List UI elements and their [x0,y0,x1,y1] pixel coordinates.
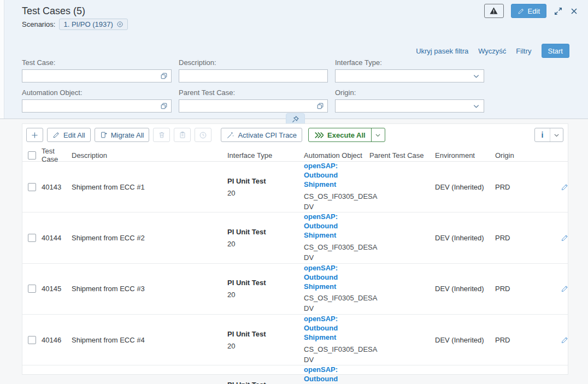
value-help-icon[interactable] [316,102,324,110]
automation-object-link[interactable]: openSAP: Outbound Shipment [304,212,369,240]
cell-origin: PRD [495,183,554,191]
filter-label: Automation Object: [22,88,172,97]
warning-icon [489,7,498,15]
row-checkbox[interactable] [28,183,36,191]
description-input[interactable] [183,70,324,82]
clock-icon [199,131,207,139]
table-row: 40145 Shipment from ECC #3 PI Unit Test … [22,264,568,315]
cell-automation-object: openSAP: Outbound Shipment CS_OS_IF0305_… [304,365,369,384]
hide-filter-bar-link[interactable]: Ukryj pasek filtra [416,47,468,55]
pencil-icon [518,8,525,15]
row-edit-pencil-icon[interactable] [554,285,569,293]
automation-object-link[interactable]: openSAP: Outbound Shipment [304,162,369,190]
scenarios-label: Scenarios: [22,20,55,28]
edit-all-button[interactable]: Edit All [47,128,91,142]
history-button[interactable] [195,128,211,142]
execute-all-menu-chevron[interactable] [371,128,385,141]
info-menu-chevron[interactable] [550,128,563,141]
filter-panel: Test Cases (5) Edit Scenarios: [0,0,588,119]
scenarios-row: Scenarios: 1. PI/PO (1937) [22,19,128,30]
automation-object-id-wrap: DV [304,253,369,263]
table-row: 40146 Shipment from ECC #4 PI Unit Test … [22,315,568,365]
table-toolbar: Edit All Migrate All Ac [22,124,568,145]
cell-environment: DEV (Inherited) [435,234,495,242]
fullscreen-icon[interactable] [554,7,563,16]
remove-token-icon[interactable] [116,21,124,28]
trash-icon [158,131,166,139]
value-help-icon[interactable] [160,102,168,110]
scenario-token-label: 1. PI/PO (1937) [63,20,113,28]
filter-fields: Test Case: Description: Interface Type: [22,58,484,113]
interface-type-select[interactable] [335,69,484,82]
cell-interface-type: PI Unit Test 20 [227,177,304,197]
activate-cpi-trace-button[interactable]: Activate CPI Trace [221,128,302,142]
automation-object-link[interactable]: openSAP: Outbound Shipment [304,365,369,384]
automation-object-link[interactable]: openSAP: Outbound Shipment [304,264,369,292]
header-actions: Edit [484,4,578,18]
table-row: 40144 Shipment from ECC #2 PI Unit Test … [22,212,568,263]
panel-left-edge [0,0,4,119]
row-checkbox[interactable] [28,285,36,293]
automation-object-input[interactable] [26,100,158,112]
migrate-all-button[interactable]: Migrate All [95,128,150,142]
add-button[interactable] [26,128,43,142]
parent-test-case-input[interactable] [183,100,314,112]
automation-object-link[interactable]: openSAP: Outbound Shipment [304,315,369,342]
cell-environment: DEV (Inherited) [435,336,495,344]
col-test-case: Test Case [42,147,72,163]
filter-field-parent-test-case: Parent Test Case: [179,88,328,113]
cell-automation-object: openSAP: Outbound Shipment CS_OS_IF0305_… [304,212,369,263]
chevron-down-icon[interactable] [472,102,480,110]
chevron-down-icon[interactable] [472,72,480,80]
row-checkbox[interactable] [28,336,36,344]
execute-all-button[interactable]: Execute All [309,128,371,141]
page-title: Test Cases (5) [22,5,85,17]
row-edit-pencil-icon[interactable] [554,336,569,344]
origin-value[interactable] [339,100,470,112]
cell-interface-type: PI Unit Test 20 [227,279,304,299]
cell-description: Shipment from ECC #4 [72,336,227,344]
paste-icon-button[interactable] [174,128,191,142]
automation-object-id: CS_OS_IF0305_DESA [304,293,369,304]
row-edit-pencil-icon[interactable] [554,183,569,191]
automation-object-input-wrap [22,99,172,113]
migrate-icon [100,131,108,139]
filter-label: Description: [179,58,328,67]
cell-interface-type: PI Unit Test 20 [227,228,304,248]
cell-origin: PRD [495,336,554,344]
cell-automation-object: openSAP: Outbound Shipment CS_OS_IF0305_… [304,315,369,365]
cell-description: Shipment from ECC #2 [72,234,227,242]
edit-button[interactable]: Edit [511,4,546,18]
scenario-token[interactable]: 1. PI/PO (1937) [59,19,127,30]
row-checkbox[interactable] [28,234,36,242]
dialog-header: Test Cases (5) Edit [22,4,578,18]
filters-link[interactable]: Filtry [516,47,531,55]
filter-label: Origin: [335,88,484,97]
value-help-icon[interactable] [160,72,168,80]
test-case-input[interactable] [26,70,158,82]
select-all-checkbox[interactable] [28,151,36,159]
cell-description: Shipment from ECC #1 [72,183,227,191]
warnings-button[interactable] [484,4,504,18]
automation-object-id: CS_OS_IF0305_DESA [304,192,369,202]
interface-type-value[interactable] [339,70,470,82]
edit-all-label: Edit All [63,131,85,139]
cell-origin: PRD [495,285,554,293]
migrate-all-label: Migrate All [111,131,144,139]
row-edit-pencil-icon[interactable] [554,234,569,242]
info-button[interactable]: i [535,128,550,141]
origin-select[interactable] [335,99,484,113]
cell-test-case: 40145 [42,285,72,293]
col-parent-test-case: Parent Test Case [369,151,435,159]
filter-label: Interface Type: [335,58,484,67]
cell-description: Shipment from ECC #3 [72,285,227,293]
parent-test-case-input-wrap [179,99,328,113]
close-icon[interactable] [570,7,578,15]
automation-object-id-wrap: DV [304,304,369,314]
go-button[interactable]: Start [542,44,569,58]
clear-link[interactable]: Wyczyść [478,47,506,55]
automation-object-id-wrap: DV [304,202,369,212]
automation-object-id: CS_OS_IF0305_DESA [304,243,369,253]
delete-button[interactable] [153,128,170,142]
filter-field-automation-object: Automation Object: [22,88,172,113]
